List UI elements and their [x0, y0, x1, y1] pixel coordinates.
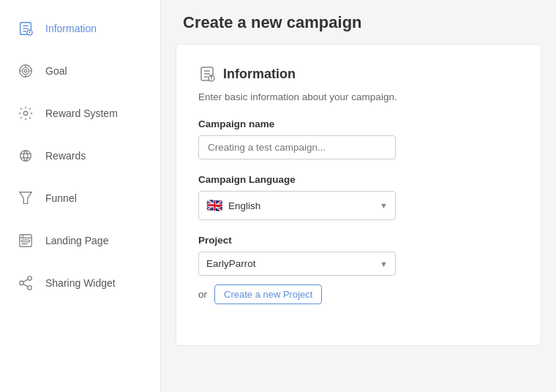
sidebar-item-label-rewards: Rewards — [45, 150, 86, 162]
sharing-widget-icon — [15, 272, 37, 294]
sidebar: Information Goal Reward System — [0, 0, 161, 392]
sidebar-item-label-information: Information — [45, 23, 97, 34]
campaign-language-select-wrap: 🇬🇧 English ▼ — [198, 191, 396, 220]
flag-icon: 🇬🇧 — [206, 197, 222, 214]
campaign-name-input[interactable] — [198, 135, 396, 159]
sidebar-item-rewards[interactable]: Rewards — [0, 135, 160, 177]
svg-point-14 — [23, 111, 28, 116]
card-description: Enter basic information about your campa… — [198, 91, 519, 102]
goal-icon — [15, 60, 37, 82]
sidebar-item-label-goal: Goal — [45, 65, 67, 77]
sidebar-item-reward-system[interactable]: Reward System — [0, 92, 160, 135]
sidebar-item-funnel[interactable]: Funnel — [0, 177, 160, 219]
main-content: Create a new campaign Information Enter … — [161, 0, 556, 392]
reward-system-icon — [15, 102, 37, 124]
information-card: Information Enter basic information abou… — [176, 44, 541, 346]
page-title: Create a new campaign — [161, 0, 556, 44]
campaign-name-label: Campaign name — [198, 118, 519, 129]
project-label: Project — [198, 235, 519, 246]
sidebar-item-information[interactable]: Information — [0, 7, 160, 50]
information-icon — [15, 18, 37, 39]
chevron-down-icon-project: ▼ — [380, 260, 388, 268]
sidebar-item-landing-page[interactable]: Landing Page — [0, 219, 160, 262]
sidebar-item-sharing-widget[interactable]: Sharing Widget — [0, 262, 160, 304]
sidebar-item-label-reward-system: Reward System — [45, 108, 118, 119]
svg-point-15 — [20, 151, 31, 162]
or-text: or — [198, 289, 207, 300]
language-value: English — [228, 200, 260, 211]
sidebar-item-label-sharing-widget: Sharing Widget — [45, 277, 116, 289]
svg-line-28 — [23, 279, 28, 282]
campaign-language-group: Campaign Language 🇬🇧 English ▼ — [198, 174, 519, 220]
svg-point-26 — [28, 286, 32, 290]
svg-line-27 — [23, 284, 28, 287]
project-group: Project EarlyParrot ▼ or Create a new Pr… — [198, 235, 519, 304]
svg-point-8 — [22, 67, 29, 74]
svg-marker-18 — [20, 192, 32, 204]
landing-page-icon — [15, 230, 37, 252]
svg-point-6 — [29, 31, 30, 31]
campaign-name-group: Campaign name — [198, 118, 519, 159]
sidebar-item-label-landing-page: Landing Page — [45, 235, 108, 246]
svg-point-35 — [211, 76, 212, 77]
project-select-wrap: EarlyParrot ▼ — [198, 252, 396, 276]
chevron-down-icon: ▼ — [380, 201, 388, 210]
campaign-language-select[interactable]: 🇬🇧 English ▼ — [198, 191, 396, 220]
card-title: Information — [223, 67, 296, 82]
campaign-language-label: Campaign Language — [198, 174, 519, 185]
svg-point-24 — [28, 276, 32, 281]
sidebar-item-goal[interactable]: Goal — [0, 50, 160, 92]
svg-point-25 — [20, 281, 24, 285]
funnel-icon — [15, 187, 37, 209]
rewards-icon — [15, 145, 37, 167]
svg-point-9 — [24, 69, 27, 72]
card-header: Information — [198, 65, 519, 83]
project-select[interactable]: EarlyParrot ▼ — [198, 252, 396, 276]
svg-rect-22 — [22, 240, 30, 242]
card-header-icon — [198, 65, 216, 83]
project-value: EarlyParrot — [206, 258, 256, 269]
or-row: or Create a new Project — [198, 284, 519, 304]
create-new-project-button[interactable]: Create a new Project — [214, 284, 322, 304]
sidebar-item-label-funnel: Funnel — [45, 192, 77, 204]
